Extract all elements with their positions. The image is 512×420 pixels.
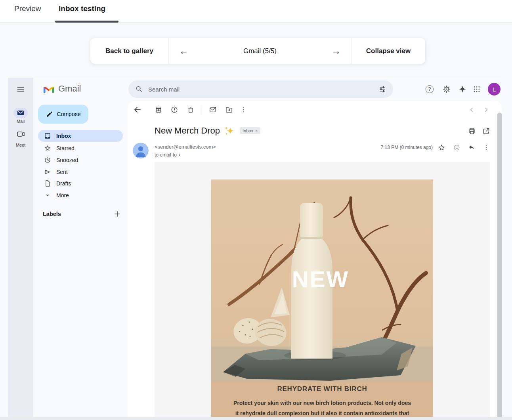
client-switcher: ← Gmail (5/5) → — [169, 38, 351, 64]
video-camera-icon — [17, 132, 25, 137]
details-caret-icon[interactable]: ▾ — [179, 153, 180, 157]
kebab-glyph: ⋮ — [483, 144, 489, 151]
older-message-icon[interactable] — [479, 103, 493, 117]
gmail-brand-text: Gmail — [58, 84, 81, 94]
pencil-icon — [46, 111, 53, 118]
chip-label: Inbox — [243, 128, 253, 133]
newer-message-icon[interactable] — [464, 103, 479, 117]
sidebar-item-inbox[interactable]: Inbox — [38, 130, 123, 142]
reply-icon[interactable] — [464, 140, 479, 155]
gmail-window: Mail Meet Gmail ? — [8, 78, 503, 417]
apps-grid-icon — [473, 85, 481, 93]
email-paragraph-line2: it rehydrate dull complexion but it also… — [211, 410, 433, 416]
inbox-label-chip[interactable]: Inbox × — [240, 127, 260, 134]
hamburger-menu-icon[interactable] — [13, 81, 29, 97]
sidebar-item-label: Sent — [56, 169, 68, 175]
compose-button[interactable]: Compose — [38, 105, 88, 124]
more-options-icon[interactable]: ⋮ — [237, 103, 251, 117]
back-to-gallery-button[interactable]: Back to gallery — [90, 38, 168, 64]
message-more-icon[interactable]: ⋮ — [479, 140, 493, 155]
bottom-edge-strip — [0, 417, 512, 420]
print-icon[interactable] — [465, 124, 479, 138]
person-icon — [133, 143, 149, 158]
delete-icon[interactable] — [183, 103, 198, 117]
sidebar-item-more[interactable]: More — [38, 189, 123, 201]
report-spam-icon[interactable] — [167, 103, 181, 117]
gmail-logo: Gmail — [43, 84, 81, 94]
pane-scrollbar[interactable] — [497, 113, 502, 417]
gemini-button[interactable] — [455, 81, 470, 97]
clock-icon — [44, 157, 52, 164]
email-paragraph-line1: Protect your skin with our new birch lot… — [211, 400, 433, 406]
labels-header: Labels — [43, 211, 61, 217]
kebab-glyph: ⋮ — [241, 107, 247, 113]
chip-remove-icon[interactable]: × — [255, 128, 258, 133]
tab-preview[interactable]: Preview — [14, 4, 41, 13]
send-icon — [44, 168, 52, 176]
plus-icon — [114, 211, 120, 217]
product-hero-image: NEW — [211, 179, 433, 382]
sidebar-item-snoozed[interactable]: Snoozed — [38, 154, 123, 166]
mail-icon — [17, 111, 24, 115]
sender-avatar[interactable] — [133, 143, 149, 158]
apps-grid-button[interactable] — [469, 81, 485, 97]
sidebar-item-label: Inbox — [56, 133, 71, 139]
rail-mail-button[interactable] — [13, 108, 28, 118]
search-input[interactable] — [148, 86, 373, 93]
subject-row: New Merch Drop Inbox × — [155, 126, 260, 136]
search-bar — [128, 80, 393, 98]
recipient-line[interactable]: to email-to ▾ — [155, 152, 180, 158]
collapse-view-button[interactable]: Collapse view — [352, 38, 425, 64]
sidebar-item-label: More — [56, 192, 69, 199]
email-heading: REHYDRATE WITH BIRCH — [211, 385, 433, 393]
sidebar-item-label: Drafts — [56, 180, 71, 187]
gear-icon — [442, 85, 451, 94]
page: Preview Inbox testing Back to gallery ← … — [0, 0, 512, 420]
mark-unread-icon[interactable] — [206, 103, 220, 117]
sidebar-item-label: Snoozed — [56, 157, 78, 163]
email-subject: New Merch Drop — [155, 126, 220, 136]
email-text-section: REHYDRATE WITH BIRCH Protect your skin w… — [211, 382, 433, 417]
back-arrow-icon[interactable] — [130, 103, 145, 117]
rail-meet-button[interactable] — [15, 130, 26, 138]
compose-label: Compose — [57, 111, 81, 117]
message-pane: ⋮ New Merch Drop Inbox × — [128, 101, 502, 417]
draft-icon — [44, 180, 52, 187]
left-rail: Mail Meet — [8, 78, 33, 417]
image-overlay-text: NEW — [292, 266, 349, 292]
sparkles-emoji-icon — [224, 126, 234, 136]
open-in-new-icon[interactable] — [479, 124, 493, 138]
help-icon: ? — [426, 85, 434, 93]
help-button[interactable]: ? — [422, 81, 437, 97]
sidebar-item-sent[interactable]: Sent — [38, 166, 123, 178]
search-icon — [136, 86, 143, 93]
active-tab-indicator — [55, 21, 118, 23]
search-options-icon[interactable] — [379, 86, 386, 93]
archive-icon[interactable] — [151, 103, 166, 117]
previous-client-arrow-icon[interactable]: ← — [179, 46, 189, 56]
inbox-icon — [44, 132, 52, 139]
toolbar-divider — [201, 105, 201, 115]
preview-toolbar: Back to gallery ← Gmail (5/5) → Collapse… — [90, 38, 425, 64]
move-to-icon[interactable] — [222, 103, 236, 117]
create-label-button[interactable] — [112, 208, 123, 220]
settings-button[interactable] — [439, 81, 455, 97]
next-client-arrow-icon[interactable]: → — [331, 46, 341, 56]
star-icon — [44, 145, 52, 152]
tab-inbox-testing[interactable]: Inbox testing — [59, 4, 105, 13]
gmail-m-icon — [43, 84, 55, 94]
star-message-icon[interactable] — [434, 140, 449, 155]
sender-email: <sender@emailtests.com> — [155, 144, 216, 150]
emoji-reaction-icon[interactable] — [449, 140, 464, 155]
recipient-text: to email-to — [155, 152, 177, 158]
rail-mail-label: Mail — [8, 119, 33, 124]
client-title: Gmail (5/5) — [243, 47, 277, 55]
sidebar-item-label: Starred — [56, 145, 75, 151]
sidebar-item-drafts[interactable]: Drafts — [38, 178, 123, 189]
top-tab-bar: Preview Inbox testing — [0, 0, 512, 23]
sidebar-item-starred[interactable]: Starred — [38, 142, 123, 154]
account-avatar[interactable]: L — [488, 83, 501, 95]
message-timestamp: 7:13 PM (0 minutes ago) — [381, 145, 433, 150]
sparkle-icon — [459, 85, 466, 93]
chevron-down-icon — [44, 192, 52, 199]
